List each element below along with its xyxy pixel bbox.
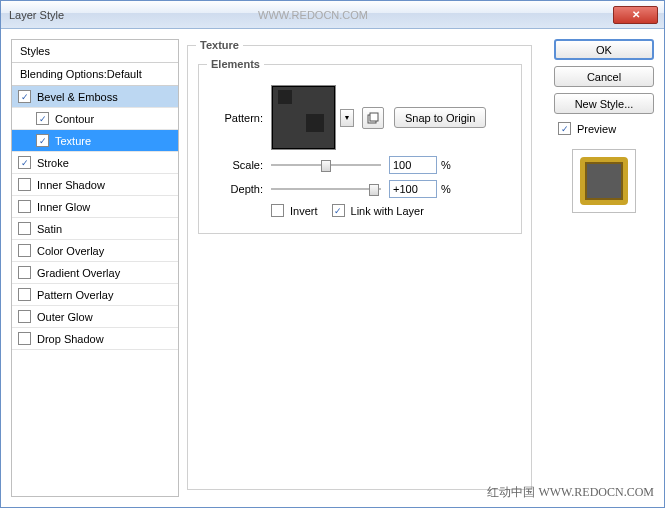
- style-label: Texture: [55, 135, 91, 147]
- elements-title: Elements: [207, 58, 264, 70]
- cancel-button[interactable]: Cancel: [554, 66, 654, 87]
- svg-rect-1: [370, 113, 378, 121]
- style-item-outer-glow[interactable]: Outer Glow: [12, 306, 178, 328]
- invert-label: Invert: [290, 205, 318, 217]
- watermark-text: WWW.REDOCN.COM: [258, 9, 368, 21]
- style-label: Contour: [55, 113, 94, 125]
- styles-list: Styles Blending Options:Default ✓Bevel &…: [11, 39, 179, 497]
- link-with-layer-label: Link with Layer: [351, 205, 424, 217]
- snap-to-origin-button[interactable]: Snap to Origin: [394, 107, 486, 128]
- elements-group: Elements Pattern: ▼ Snap to Origin: [198, 64, 522, 234]
- preview-thumbnail: [572, 149, 636, 213]
- close-button[interactable]: ✕: [613, 6, 658, 24]
- blending-options[interactable]: Blending Options:Default: [12, 63, 178, 86]
- texture-title: Texture: [196, 39, 243, 51]
- style-label: Stroke: [37, 157, 69, 169]
- style-checkbox[interactable]: [18, 178, 31, 191]
- titlebar: Layer Style WWW.REDOCN.COM ✕: [1, 1, 664, 29]
- preview-label: Preview: [577, 123, 616, 135]
- style-checkbox[interactable]: [18, 222, 31, 235]
- ok-button[interactable]: OK: [554, 39, 654, 60]
- style-label: Drop Shadow: [37, 333, 104, 345]
- style-label: Inner Shadow: [37, 179, 105, 191]
- style-label: Pattern Overlay: [37, 289, 113, 301]
- invert-checkbox[interactable]: [271, 204, 284, 217]
- window-title: Layer Style: [9, 9, 254, 21]
- style-checkbox[interactable]: ✓: [18, 156, 31, 169]
- style-item-satin[interactable]: Satin: [12, 218, 178, 240]
- scale-input[interactable]: [389, 156, 437, 174]
- new-style-button[interactable]: New Style...: [554, 93, 654, 114]
- style-item-stroke[interactable]: ✓Stroke: [12, 152, 178, 174]
- style-checkbox[interactable]: ✓: [18, 90, 31, 103]
- preview-checkbox[interactable]: ✓: [558, 122, 571, 135]
- style-item-drop-shadow[interactable]: Drop Shadow: [12, 328, 178, 350]
- pattern-dropdown[interactable]: ▼: [340, 109, 354, 127]
- style-label: Satin: [37, 223, 62, 235]
- link-with-layer-checkbox[interactable]: ✓: [332, 204, 345, 217]
- scale-unit: %: [441, 159, 451, 171]
- style-label: Color Overlay: [37, 245, 104, 257]
- new-preset-button[interactable]: [362, 107, 384, 129]
- style-item-contour[interactable]: ✓Contour: [12, 108, 178, 130]
- scale-label: Scale:: [209, 159, 263, 171]
- pattern-swatch[interactable]: [271, 85, 336, 150]
- style-item-pattern-overlay[interactable]: Pattern Overlay: [12, 284, 178, 306]
- depth-input[interactable]: [389, 180, 437, 198]
- style-label: Inner Glow: [37, 201, 90, 213]
- style-label: Bevel & Emboss: [37, 91, 118, 103]
- settings-panel: Texture Elements Pattern: ▼ Snap to Orig…: [187, 39, 546, 497]
- styles-header[interactable]: Styles: [12, 40, 178, 63]
- style-checkbox[interactable]: [18, 244, 31, 257]
- style-checkbox[interactable]: ✓: [36, 112, 49, 125]
- style-label: Outer Glow: [37, 311, 93, 323]
- pattern-label: Pattern:: [209, 112, 263, 124]
- depth-label: Depth:: [209, 183, 263, 195]
- right-buttons: OK Cancel New Style... ✓ Preview: [554, 39, 654, 497]
- style-item-inner-shadow[interactable]: Inner Shadow: [12, 174, 178, 196]
- style-item-texture[interactable]: ✓Texture: [12, 130, 178, 152]
- footer-watermark: 红动中国 WWW.REDOCN.COM: [487, 484, 654, 501]
- style-checkbox[interactable]: ✓: [36, 134, 49, 147]
- style-checkbox[interactable]: [18, 332, 31, 345]
- style-item-bevel-emboss[interactable]: ✓Bevel & Emboss: [12, 86, 178, 108]
- style-item-inner-glow[interactable]: Inner Glow: [12, 196, 178, 218]
- style-checkbox[interactable]: [18, 200, 31, 213]
- depth-slider[interactable]: [271, 182, 381, 196]
- style-checkbox[interactable]: [18, 288, 31, 301]
- style-item-gradient-overlay[interactable]: Gradient Overlay: [12, 262, 178, 284]
- style-item-color-overlay[interactable]: Color Overlay: [12, 240, 178, 262]
- style-checkbox[interactable]: [18, 266, 31, 279]
- texture-group: Texture Elements Pattern: ▼ Snap to Orig…: [187, 45, 532, 490]
- style-checkbox[interactable]: [18, 310, 31, 323]
- depth-unit: %: [441, 183, 451, 195]
- layer-style-dialog: Layer Style WWW.REDOCN.COM ✕ Styles Blen…: [0, 0, 665, 508]
- style-label: Gradient Overlay: [37, 267, 120, 279]
- scale-slider[interactable]: [271, 158, 381, 172]
